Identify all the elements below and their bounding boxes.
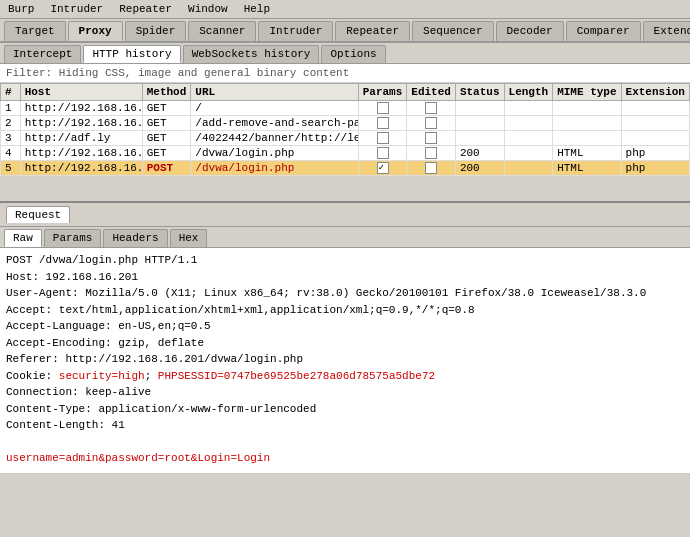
lower-section: Request Raw Params Headers Hex POST /dvw…: [0, 203, 690, 473]
subtab-intercept[interactable]: Intercept: [4, 45, 81, 63]
table-cell: 200: [455, 146, 504, 161]
checkbox[interactable]: [425, 162, 437, 174]
cookie-security: security=high: [59, 370, 145, 382]
req-tab-hex[interactable]: Hex: [170, 229, 208, 247]
table-cell: [504, 161, 553, 176]
table-cell: php: [621, 146, 689, 161]
subtab-websockets-history[interactable]: WebSockets history: [183, 45, 320, 63]
table-row[interactable]: 1http://192.168.16.201GET/: [1, 101, 690, 116]
col-header-ext[interactable]: Extension: [621, 84, 689, 101]
request-content: POST /dvwa/login.php HTTP/1.1 Host: 192.…: [0, 248, 690, 473]
subtab-http-history[interactable]: HTTP history: [83, 45, 180, 63]
menu-intruder[interactable]: Intruder: [48, 2, 105, 16]
request-label[interactable]: Request: [6, 206, 70, 223]
table-cell: /4022442/banner/http://lewiscom...: [191, 131, 358, 146]
menu-repeater[interactable]: Repeater: [117, 2, 174, 16]
req-line-1: POST /dvwa/login.php HTTP/1.1: [6, 252, 684, 269]
table-cell: 4: [1, 146, 21, 161]
menu-help[interactable]: Help: [242, 2, 272, 16]
menu-bar: Burp Intruder Repeater Window Help: [0, 0, 690, 19]
table-cell: 200: [455, 161, 504, 176]
col-header-num[interactable]: #: [1, 84, 21, 101]
history-table-container[interactable]: # Host Method URL Params Edited Status L…: [0, 83, 690, 203]
table-cell: 2: [1, 116, 21, 131]
main-tab-bar: Target Proxy Spider Scanner Intruder Rep…: [0, 19, 690, 43]
table-cell: http://192.168.16.201: [20, 101, 142, 116]
menu-window[interactable]: Window: [186, 2, 230, 16]
table-cell: [553, 116, 621, 131]
table-cell: GET: [142, 116, 191, 131]
table-cell: http://192.168.16.201: [20, 146, 142, 161]
table-cell: [455, 131, 504, 146]
table-cell: /dvwa/login.php: [191, 161, 358, 176]
col-header-status[interactable]: Status: [455, 84, 504, 101]
col-header-edited[interactable]: Edited: [407, 84, 456, 101]
table-row[interactable]: 2http://192.168.16.201GET/add-remove-and…: [1, 116, 690, 131]
table-cell: GET: [142, 146, 191, 161]
table-cell: [504, 101, 553, 116]
tab-intruder[interactable]: Intruder: [258, 21, 333, 41]
req-line-cookie: Cookie: security=high; PHPSESSID=0747be6…: [6, 368, 684, 385]
col-header-method[interactable]: Method: [142, 84, 191, 101]
checkbox[interactable]: [425, 117, 437, 129]
checkbox[interactable]: [425, 132, 437, 144]
checkbox[interactable]: [377, 102, 389, 114]
req-line-5: Accept-Language: en-US,en;q=0.5: [6, 318, 684, 335]
tab-proxy[interactable]: Proxy: [68, 21, 123, 41]
req-line-3: User-Agent: Mozilla/5.0 (X11; Linux x86_…: [6, 285, 684, 302]
checkbox[interactable]: [377, 132, 389, 144]
table-cell: 5: [1, 161, 21, 176]
req-line-2: Host: 192.168.16.201: [6, 269, 684, 286]
cookie-separator: ;: [145, 370, 158, 382]
request-label-bar: Request: [0, 203, 690, 227]
table-cell: [504, 146, 553, 161]
tab-sequencer[interactable]: Sequencer: [412, 21, 493, 41]
post-data: username=admin&password=root&Login=Login: [6, 450, 684, 467]
table-cell: http://192.168.16.201: [20, 161, 142, 176]
table-row[interactable]: 3http://adf.lyGET/4022442/banner/http://…: [1, 131, 690, 146]
table-cell: [621, 131, 689, 146]
table-cell: [504, 116, 553, 131]
tab-extender[interactable]: Extender: [643, 21, 690, 41]
tab-comparer[interactable]: Comparer: [566, 21, 641, 41]
checkbox[interactable]: [377, 117, 389, 129]
tab-target[interactable]: Target: [4, 21, 66, 41]
table-cell: [407, 146, 456, 161]
table-cell: [621, 116, 689, 131]
table-row[interactable]: 5http://192.168.16.201POST/dvwa/login.ph…: [1, 161, 690, 176]
col-header-length[interactable]: Length: [504, 84, 553, 101]
col-header-mime[interactable]: MIME type: [553, 84, 621, 101]
table-cell: [504, 131, 553, 146]
req-line-4: Accept: text/html,application/xhtml+xml,…: [6, 302, 684, 319]
filter-text: Filter: Hiding CSS, image and general bi…: [6, 67, 349, 79]
table-cell: [553, 131, 621, 146]
tab-decoder[interactable]: Decoder: [496, 21, 564, 41]
col-header-url[interactable]: URL: [191, 84, 358, 101]
table-row[interactable]: 4http://192.168.16.201GET/dvwa/login.php…: [1, 146, 690, 161]
req-tab-raw[interactable]: Raw: [4, 229, 42, 247]
col-header-params[interactable]: Params: [358, 84, 407, 101]
table-cell: [358, 131, 407, 146]
table-cell: [455, 116, 504, 131]
req-line-7: Referer: http://192.168.16.201/dvwa/logi…: [6, 351, 684, 368]
req-tab-params[interactable]: Params: [44, 229, 102, 247]
table-cell: HTML: [553, 161, 621, 176]
subtab-options[interactable]: Options: [321, 45, 385, 63]
cookie-phpsessid: PHPSESSID=0747be69525be278a06d78575a5dbe…: [158, 370, 435, 382]
table-cell: /: [191, 101, 358, 116]
tab-spider[interactable]: Spider: [125, 21, 187, 41]
req-tab-headers[interactable]: Headers: [103, 229, 167, 247]
col-header-host[interactable]: Host: [20, 84, 142, 101]
table-cell: [407, 131, 456, 146]
checkbox[interactable]: [377, 162, 389, 174]
menu-burp[interactable]: Burp: [6, 2, 36, 16]
history-table: # Host Method URL Params Edited Status L…: [0, 83, 690, 176]
checkbox[interactable]: [425, 102, 437, 114]
tab-scanner[interactable]: Scanner: [188, 21, 256, 41]
checkbox[interactable]: [377, 147, 389, 159]
tab-repeater[interactable]: Repeater: [335, 21, 410, 41]
sub-tab-bar: Intercept HTTP history WebSockets histor…: [0, 43, 690, 64]
checkbox[interactable]: [425, 147, 437, 159]
req-line-11: Content-Length: 41: [6, 417, 684, 434]
table-cell: [358, 146, 407, 161]
